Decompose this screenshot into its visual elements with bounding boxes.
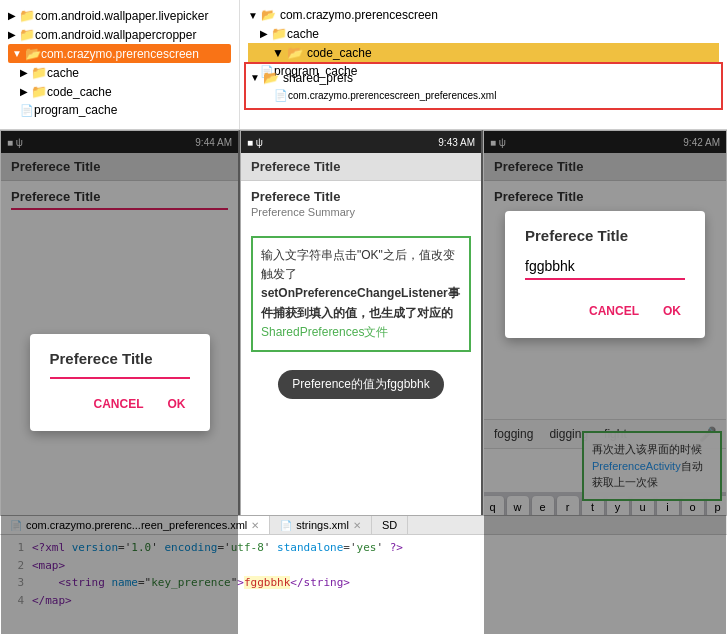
arrow-icon: ▶ <box>20 67 28 78</box>
xml-tab-strings[interactable]: 📄 strings.xml ✕ <box>270 516 372 534</box>
arrow-icon: ▼ <box>250 72 260 83</box>
arrow-icon: ▶ <box>8 29 16 40</box>
pref-title-2[interactable]: Preferece Title <box>251 189 471 204</box>
tree-item-right-cache[interactable]: ▶ 📁 cache <box>248 24 719 43</box>
pref-summary-2: Preference Summary <box>251 206 471 218</box>
status-icons-2: ■ ψ <box>247 137 263 148</box>
folder-icon: 📁 <box>271 26 287 41</box>
tree-item-cache[interactable]: ▶ 📁 cache <box>8 63 231 82</box>
file-icon: 📄 <box>20 104 34 117</box>
xml-tab-sd[interactable]: SD <box>372 516 408 534</box>
dialog-box-1: Preferece Title CANCEL OK <box>30 334 210 431</box>
folder-open-icon: 📂 <box>25 46 41 61</box>
dialog-input-3[interactable] <box>525 254 685 280</box>
annotation-2: 输入文字符串点击"OK"之后，值改变触发了 setOnPreferenceCha… <box>251 236 471 352</box>
status-bar-2: ■ ψ 9:43 AM <box>241 131 481 153</box>
file-tree-left: ▶ 📁 com.android.wallpaper.livepicker ▶ 📁… <box>0 0 240 129</box>
pref-content-2: Preferece Title Preference Summary <box>241 181 481 226</box>
tree-item-wallpapercropper[interactable]: ▶ 📁 com.android.wallpapercropper <box>8 25 231 44</box>
tab-close-1[interactable]: ✕ <box>353 520 361 531</box>
tree-item-shared-prefs[interactable]: ▼ 📂 shared_prefs <box>250 68 717 87</box>
tree-item-livepicker[interactable]: ▶ 📁 com.android.wallpaper.livepicker <box>8 6 231 25</box>
highlight-box: ▼ 📂 shared_prefs 📄 com.crazymo.prerences… <box>244 62 723 110</box>
dialog-overlay-1: Preferece Title CANCEL OK <box>1 131 238 634</box>
file-icon: 📄 <box>274 89 288 102</box>
folder-icon: 📁 <box>31 84 47 99</box>
pill-container: Preference的值为fggbbhk <box>241 362 481 407</box>
tree-header-crazymo[interactable]: ▼ 📂 com.crazymo.prerencescreen <box>248 6 719 24</box>
arrow-icon: ▼ <box>248 10 258 21</box>
phone-screen-1: ■ ψ 9:44 AM Preferece Title Preferece Ti… <box>0 130 240 635</box>
dialog-buttons-3: CANCEL OK <box>525 300 685 322</box>
file-tree-section: ▶ 📁 com.android.wallpaper.livepicker ▶ 📁… <box>0 0 727 130</box>
folder-icon: 📁 <box>19 8 35 23</box>
tree-item-crazymo[interactable]: ▼ 📂 com.crazymo.prerencescreen <box>8 44 231 63</box>
dialog-buttons-1: CANCEL OK <box>50 393 190 415</box>
pill-badge: Preference的值为fggbbhk <box>278 370 443 399</box>
ok-button-3[interactable]: OK <box>659 300 685 322</box>
folder-open-icon: 📂 <box>287 45 303 60</box>
folder-open-icon: 📂 <box>263 70 279 85</box>
arrow-icon: ▶ <box>8 10 16 21</box>
cancel-button-1[interactable]: CANCEL <box>90 393 148 415</box>
folder-icon: 📁 <box>31 65 47 80</box>
xml-icon2: 📄 <box>280 520 292 531</box>
arrow-icon: ▶ <box>20 86 28 97</box>
dialog-box-3: Preferece Title CANCEL OK <box>505 211 705 338</box>
folder-icon: 📁 <box>19 27 35 42</box>
dialog-divider-1 <box>50 377 190 379</box>
phone-screen-3: ■ ψ 9:42 AM Preferece Title Preferece Ti… <box>483 130 727 635</box>
arrow-icon: ▼ <box>272 46 284 60</box>
tree-item-code-cache[interactable]: ▶ 📁 code_cache <box>8 82 231 101</box>
arrow-icon: ▶ <box>260 28 268 39</box>
dialog-title-3: Preferece Title <box>525 227 685 244</box>
dialog-overlay-3: Preferece Title CANCEL OK <box>484 131 726 634</box>
clock-2: 9:43 AM <box>438 137 475 148</box>
ok-button-1[interactable]: OK <box>164 393 190 415</box>
tree-item-right-code-cache[interactable]: ▼ 📂 code_cache <box>248 43 719 62</box>
arrow-icon: ▼ <box>12 48 22 59</box>
folder-open-icon: 📂 <box>261 8 276 22</box>
dialog-title-1: Preferece Title <box>50 350 190 367</box>
cancel-button-3[interactable]: CANCEL <box>585 300 643 322</box>
tree-item-prefs-xml[interactable]: 📄 com.crazymo.prerencescreen_preferences… <box>250 87 717 104</box>
tab-close-0[interactable]: ✕ <box>251 520 259 531</box>
tree-item-program-cache[interactable]: 📄 program_cache <box>8 101 231 119</box>
app-bar-2: Preferece Title <box>241 153 481 181</box>
file-tree-right: ▼ 📂 com.crazymo.prerencescreen ▶ 📁 cache… <box>240 0 727 129</box>
